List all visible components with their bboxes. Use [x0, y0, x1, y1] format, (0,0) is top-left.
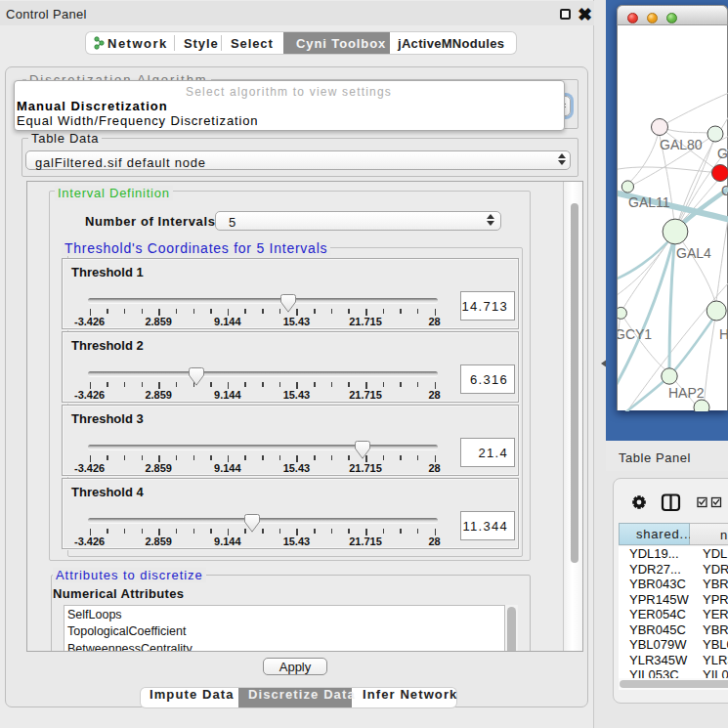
svg-text:GAL4: GAL4	[676, 245, 711, 261]
svg-text:C: C	[721, 183, 728, 198]
svg-text:GAL80: GAL80	[660, 137, 703, 152]
svg-text:H: H	[719, 326, 728, 342]
svg-text:GCY1: GCY1	[618, 326, 652, 342]
svg-text:G.: G.	[717, 146, 728, 161]
svg-text:HAP2: HAP2	[668, 385, 705, 401]
svg-text:GAL11: GAL11	[628, 194, 670, 210]
